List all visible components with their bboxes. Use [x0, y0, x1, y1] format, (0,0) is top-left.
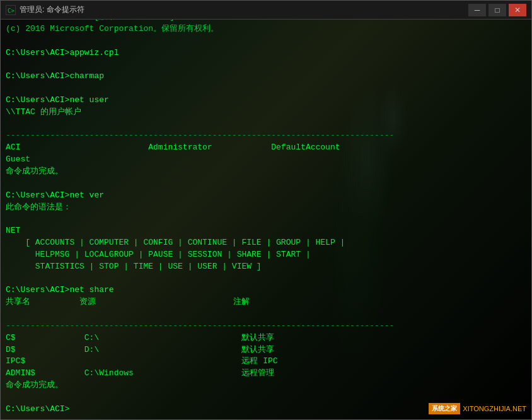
terminal-line: C$ C:\ 默认共享 — [6, 332, 526, 344]
terminal-line: C:\Users\ACI>net share — [6, 284, 526, 296]
title-bar-controls: ─ □ ✕ — [468, 4, 526, 16]
terminal-line — [6, 213, 526, 225]
terminal-line — [6, 59, 526, 71]
terminal-line: IPC$ 远程 IPC — [6, 356, 526, 368]
terminal-line: ACI Administrator DefaultAccount — [6, 142, 526, 154]
terminal-line — [6, 119, 526, 131]
watermark-site: XITONGZHIJIA.NET — [463, 405, 526, 412]
title-bar-left: C> 管理员: 命令提示符 — [6, 4, 84, 15]
terminal-line: ----------------------------------------… — [6, 320, 526, 332]
terminal-line: Guest — [6, 154, 526, 166]
terminal-line — [6, 273, 526, 285]
terminal-line: 此命令的语法是： — [6, 202, 526, 214]
terminal-area: Microsoft Windows [版本 10.0.14393](c) 201… — [1, 20, 531, 419]
main-window: C> 管理员: 命令提示符 ─ □ ✕ Microsoft Windows [版… — [0, 0, 532, 420]
terminal-line — [6, 35, 526, 47]
minimize-button[interactable]: ─ — [468, 4, 486, 16]
watermark-icon: 系统之家 — [429, 403, 460, 414]
terminal-line — [6, 83, 526, 95]
close-button[interactable]: ✕ — [509, 4, 526, 16]
terminal-line: (c) 2016 Microsoft Corporation。保留所有权利。 — [6, 23, 526, 35]
terminal-line: C:\Users\ACI>net user — [6, 95, 526, 107]
terminal-line: D$ D:\ 默认共享 — [6, 344, 526, 356]
terminal-line: \\TTAC 的用户帐户 — [6, 107, 526, 119]
terminal-line: C:\Users\ACI>charmap — [6, 71, 526, 83]
terminal-line: ADMIN$ C:\Windows 远程管理 — [6, 368, 526, 380]
svg-text:C>: C> — [8, 8, 14, 14]
terminal-line: NET — [6, 225, 526, 237]
window-title: 管理员: 命令提示符 — [20, 4, 84, 15]
terminal-line: C:\Users\ACI>net ver — [6, 190, 526, 202]
terminal-line: 共享名 资源 注解 — [6, 296, 526, 308]
terminal-line: HELPMSG | LOCALGROUP | PAUSE | SESSION |… — [6, 249, 526, 261]
terminal-line — [6, 308, 526, 320]
maximize-button[interactable]: □ — [489, 4, 506, 16]
terminal-content[interactable]: Microsoft Windows [版本 10.0.14393](c) 201… — [1, 20, 531, 419]
terminal-line: [ ACCOUNTS | COMPUTER | CONFIG | CONTINU… — [6, 237, 526, 249]
terminal-line: STATISTICS | STOP | TIME | USE | USER | … — [6, 261, 526, 273]
cmd-icon: C> — [6, 5, 16, 15]
title-bar: C> 管理员: 命令提示符 ─ □ ✕ — [1, 1, 531, 20]
watermark: 系统之家 XITONGZHIJIA.NET — [429, 403, 526, 414]
terminal-line: 命令成功完成。 — [6, 380, 526, 392]
terminal-line: ----------------------------------------… — [6, 130, 526, 142]
terminal-line — [6, 392, 526, 404]
terminal-line — [6, 178, 526, 190]
terminal-line: C:\Users\ACI>appwiz.cpl — [6, 47, 526, 59]
terminal-line: 命令成功完成。 — [6, 166, 526, 178]
